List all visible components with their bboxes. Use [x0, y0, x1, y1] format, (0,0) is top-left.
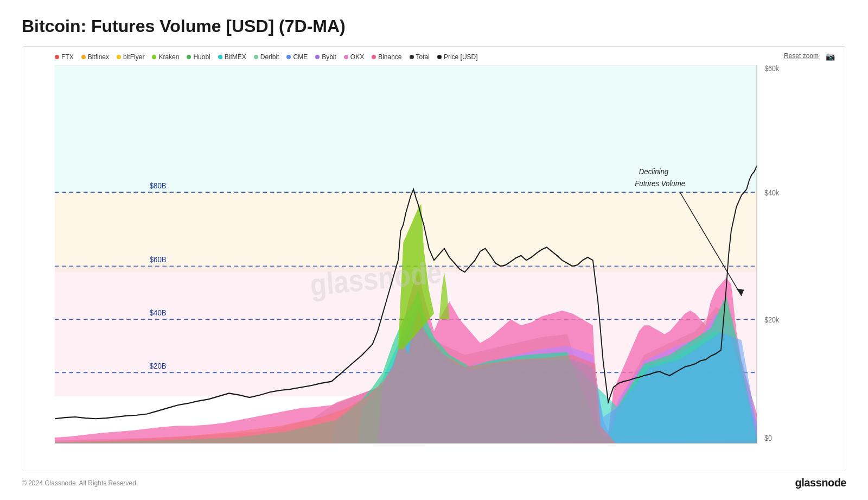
legend-dot [81, 55, 86, 59]
chart-area: 120B 80B 40B 0 $60k $40k $20k $0 $80B $6… [55, 65, 813, 444]
legend-dot [286, 55, 291, 59]
legend-item-ftx: FTX [55, 53, 74, 61]
legend-item-cme: CME [286, 53, 308, 61]
annotation-futures-vol: Futures Volume [635, 179, 685, 188]
legend-label: Deribit [260, 53, 279, 61]
legend-label: Total [416, 53, 430, 61]
legend-item-kraken: Kraken [152, 53, 179, 61]
legend-item-total: Total [410, 53, 430, 61]
y-label-0usd: $0 [764, 434, 772, 442]
legend-item-deribit: Deribit [254, 53, 279, 61]
legend-label: BitMEX [225, 53, 246, 61]
legend-label: Huobi [193, 53, 210, 61]
chart-title: Bitcoin: Futures Volume [USD] (7D-MA) [22, 16, 846, 36]
y-label-20k: $20k [764, 315, 779, 324]
legend-item-bitfinex: Bitfinex [81, 53, 109, 61]
legend-dot [410, 55, 414, 59]
legend-dot [218, 55, 222, 59]
annotation-declining: Declining [639, 167, 668, 176]
legend-label: CME [293, 53, 308, 61]
legend-dot [152, 55, 156, 59]
footer-copyright: © 2024 Glassnode. All Rights Reserved. [22, 479, 138, 487]
legend-label: Bybit [322, 53, 336, 61]
legend-label: FTX [61, 53, 74, 61]
chart-wrapper: FTXBitfinexbitFlyerKrakenHuobiBitMEXDeri… [22, 46, 846, 471]
footer: © 2024 Glassnode. All Rights Reserved. g… [22, 477, 846, 489]
annotation-80b: $80B [150, 181, 167, 190]
legend-item-okx: OKX [344, 53, 364, 61]
legend-dot [254, 55, 258, 59]
legend-dot [344, 55, 348, 59]
chart-svg: 120B 80B 40B 0 $60k $40k $20k $0 $80B $6… [55, 65, 813, 444]
legend-item-priceusd: Price [USD] [437, 53, 478, 61]
legend-label: Bitfinex [88, 53, 109, 61]
legend-dot [55, 55, 59, 59]
legend-label: Price [USD] [444, 53, 478, 61]
reset-zoom-button[interactable]: Reset zoom [784, 52, 819, 60]
y-label-60k: $60k [764, 65, 779, 73]
annotation-20b: $20B [150, 361, 167, 370]
y-label-40k: $40k [764, 188, 779, 197]
legend-dot [315, 55, 320, 59]
legend-label: Kraken [158, 53, 179, 61]
legend-row: FTXBitfinexbitFlyerKrakenHuobiBitMEXDeri… [55, 53, 813, 61]
legend-item-huobi: Huobi [187, 53, 210, 61]
legend-label: OKX [350, 53, 364, 61]
legend-item-bitmex: BitMEX [218, 53, 246, 61]
footer-brand: glassnode [795, 477, 846, 489]
legend-dot [187, 55, 191, 59]
legend-dot [437, 55, 442, 59]
legend-label: Binance [378, 53, 401, 61]
annotation-60b: $60B [150, 255, 167, 264]
annotation-40b: $40B [150, 308, 167, 317]
legend-item-bitflyer: bitFlyer [117, 53, 144, 61]
legend-dot [117, 55, 121, 59]
legend-label: bitFlyer [123, 53, 144, 61]
legend-dot [372, 55, 376, 59]
legend-item-bybit: Bybit [315, 53, 336, 61]
legend-item-binance: Binance [372, 53, 401, 61]
camera-icon[interactable]: 📷 [826, 52, 835, 61]
